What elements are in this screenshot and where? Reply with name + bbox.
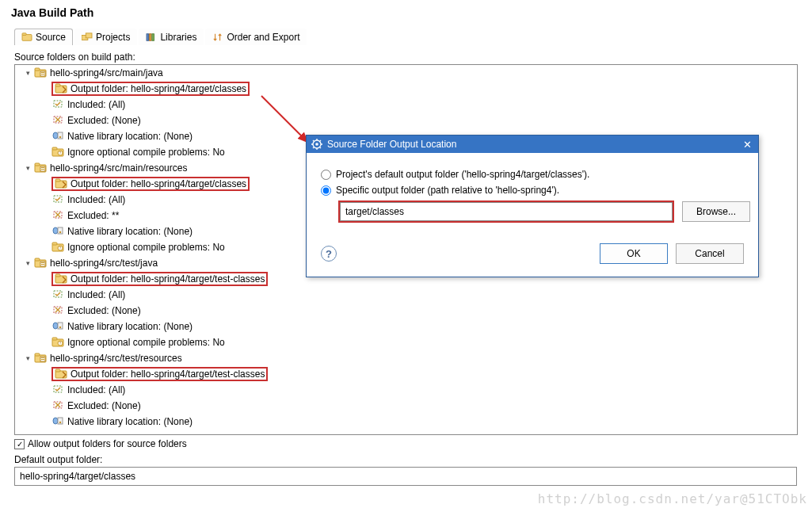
svg-rect-26	[41, 167, 44, 168]
tree-excl-row[interactable]: Excluded: (None)	[15, 303, 797, 319]
tab-libraries[interactable]: Libraries	[139, 29, 204, 45]
tree-incl-row[interactable]: Included: (All)	[15, 382, 797, 398]
chevron-down-icon[interactable]: ▾	[23, 354, 32, 362]
highlight-box: Output folder: hello-spring4/target/clas…	[51, 177, 250, 191]
tab-source[interactable]: Source	[14, 29, 73, 45]
cancel-button[interactable]: Cancel	[676, 243, 744, 264]
tree-incl-row[interactable]: Included: (All)	[15, 97, 797, 113]
native-icon	[51, 320, 67, 334]
svg-rect-4	[147, 34, 149, 41]
svg-point-66	[59, 421, 61, 422]
tree-item-label: Native library location: (None)	[67, 416, 193, 427]
svg-rect-24	[35, 163, 40, 166]
svg-rect-27	[41, 169, 44, 170]
tree-output-row[interactable]: Output folder: hello-spring4/target/test…	[15, 366, 797, 382]
close-icon[interactable]: ✕	[741, 138, 753, 151]
tree-output-row[interactable]: Output folder: hello-spring4/target/clas…	[15, 81, 797, 97]
tree-item-label: Native library location: (None)	[67, 131, 193, 142]
help-icon[interactable]: ?	[321, 246, 337, 262]
chevron-down-icon[interactable]: ▾	[23, 259, 32, 267]
tree-item-label: Included: (All)	[67, 384, 125, 395]
gear-icon	[311, 139, 322, 150]
radio-default-row[interactable]: Project's default output folder ('hello-…	[321, 169, 744, 180]
source-icon	[21, 32, 32, 42]
native-icon	[51, 225, 67, 239]
tree-excl-row[interactable]: Excluded: (None)	[15, 398, 797, 414]
output-icon	[55, 273, 71, 286]
tab-projects[interactable]: Projects	[74, 29, 137, 45]
radio-specific[interactable]	[321, 185, 331, 196]
svg-text:?: ?	[59, 246, 62, 250]
svg-point-48	[53, 323, 58, 329]
tree-incl-row[interactable]: Included: (All)	[15, 287, 797, 303]
tree-folder-row[interactable]: ▾hello-spring4/src/main/java	[15, 65, 797, 81]
svg-rect-5	[150, 34, 152, 41]
source-folders-label: Source folders on build path:	[14, 48, 798, 64]
chevron-down-icon[interactable]: ▾	[23, 69, 32, 77]
radio-specific-label: Specific output folder (path relative to…	[336, 185, 559, 196]
tree-item-label: Excluded: (None)	[67, 115, 141, 126]
excl-icon	[51, 209, 67, 223]
allow-output-label: Allow output folders for source folders	[28, 438, 187, 449]
tree-item-label: Native library location: (None)	[67, 226, 193, 237]
radio-specific-row[interactable]: Specific output folder (path relative to…	[321, 185, 744, 196]
chevron-down-icon[interactable]: ▾	[23, 164, 32, 172]
package-folder-icon	[34, 257, 50, 270]
tab-source-label: Source	[36, 32, 66, 43]
tree-item-label: Included: (All)	[67, 99, 125, 110]
tab-projects-label: Projects	[96, 32, 130, 43]
tree-opt-row[interactable]: ?Ignore optional compile problems: No	[15, 334, 797, 350]
svg-rect-40	[35, 258, 40, 261]
default-output-input[interactable]	[14, 467, 797, 486]
svg-rect-43	[41, 264, 44, 265]
dialog-titlebar[interactable]: Source Folder Output Location ✕	[307, 136, 758, 153]
tree-item-label: Excluded: (None)	[67, 305, 141, 316]
svg-rect-45	[55, 274, 60, 277]
svg-line-77	[320, 140, 321, 141]
tree-excl-row[interactable]: Excluded: (None)	[15, 113, 797, 128]
libraries-icon	[146, 32, 157, 42]
radio-default-label: Project's default output folder ('hello-…	[336, 169, 589, 180]
svg-rect-42	[41, 262, 44, 263]
tree-native-row[interactable]: Native library location: (None)	[15, 319, 797, 334]
svg-point-34	[59, 231, 61, 232]
ok-button[interactable]: OK	[600, 243, 668, 264]
incl-icon	[51, 384, 67, 397]
tree-item-label: Included: (All)	[67, 289, 125, 300]
browse-button[interactable]: Browse...	[682, 201, 750, 222]
tree-folder-label: hello-spring4/src/main/java	[50, 67, 163, 78]
svg-rect-59	[41, 359, 44, 360]
tab-order[interactable]: Order and Export	[205, 29, 307, 45]
svg-point-50	[59, 326, 61, 327]
excl-icon	[51, 304, 67, 318]
svg-rect-61	[55, 369, 60, 372]
svg-point-32	[53, 227, 58, 234]
radio-default[interactable]	[321, 170, 331, 180]
tree-native-row[interactable]: Native library location: (None)	[15, 414, 797, 430]
svg-rect-6	[152, 34, 154, 41]
tree-folder-label: hello-spring4/src/test/resources	[50, 353, 182, 364]
svg-rect-56	[35, 353, 40, 356]
output-icon	[55, 368, 71, 381]
svg-text:?: ?	[59, 151, 62, 155]
svg-rect-11	[41, 74, 44, 74]
opt-icon: ?	[51, 336, 67, 349]
highlight-box: Output folder: hello-spring4/target/clas…	[51, 82, 250, 96]
allow-output-checkbox[interactable]: ✓	[14, 439, 25, 449]
incl-icon	[51, 288, 67, 302]
excl-icon	[51, 399, 67, 413]
tab-libraries-label: Libraries	[160, 32, 196, 43]
svg-point-64	[53, 418, 58, 424]
tree-item-label: Ignore optional compile problems: No	[67, 337, 225, 348]
specific-path-input[interactable]	[340, 202, 673, 221]
tab-bar: Source Projects Libraries Order and Expo…	[0, 29, 812, 45]
svg-rect-8	[35, 68, 40, 71]
excl-icon	[51, 114, 67, 128]
tree-folder-row[interactable]: ▾hello-spring4/src/test/resources	[15, 350, 797, 366]
package-folder-icon	[34, 352, 50, 365]
tree-folder-label: hello-spring4/src/main/resources	[50, 162, 187, 174]
page-title: Java Build Path	[0, 0, 812, 29]
incl-icon	[51, 193, 67, 207]
tab-order-label: Order and Export	[227, 32, 299, 43]
tree-item-label: Ignore optional compile problems: No	[67, 147, 225, 158]
